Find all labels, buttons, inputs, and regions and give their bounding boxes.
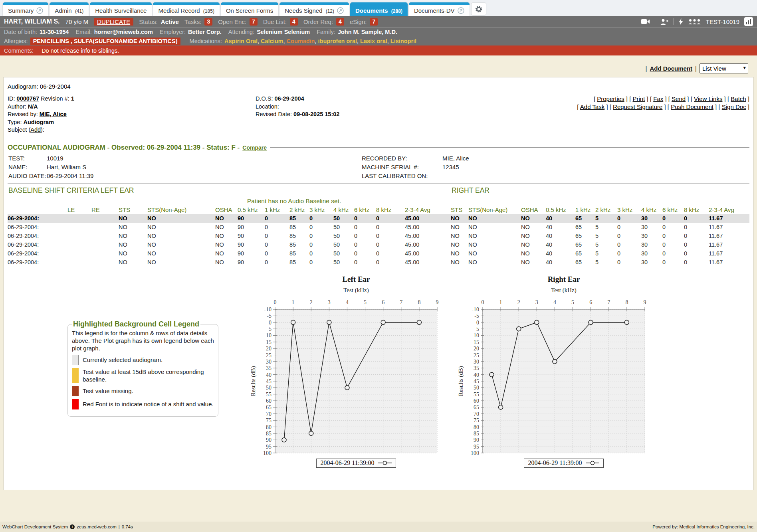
legend-text: Currently selected audiogram. (83, 356, 162, 364)
col-header-6-khz: 6 kHz (354, 206, 376, 214)
open-enc-count-badge[interactable]: 7 (250, 18, 258, 26)
esign-count-badge[interactable]: 7 (370, 18, 378, 26)
plot-legend: 2004-06-29 11:39:00 (316, 459, 396, 468)
svg-text:55: 55 (266, 391, 271, 397)
due-list-count-badge[interactable]: 4 (290, 18, 298, 26)
popup-arrow-icon[interactable] (458, 7, 464, 14)
cell-legend-description: This legend is for the column & rows of … (72, 329, 214, 352)
fax-link[interactable]: Fax (653, 95, 663, 102)
svg-text:95: 95 (266, 443, 271, 449)
svg-text:25: 25 (266, 352, 271, 358)
svg-text:50: 50 (474, 385, 479, 391)
svg-text:70: 70 (474, 411, 479, 417)
esign-label: eSign: (350, 18, 367, 25)
svg-text:40: 40 (266, 372, 271, 378)
document-id-link[interactable]: 0000767 (17, 95, 39, 102)
audiogram-row[interactable]: 06-29-2004:NONONO900850500045.00NONONO40… (8, 240, 749, 249)
audio-date-label: AUDIO DATE: (8, 172, 47, 179)
section-rule (270, 147, 749, 148)
view-select[interactable]: List View (700, 63, 748, 73)
order-req-count-badge[interactable]: 4 (336, 18, 344, 26)
audiogram-row[interactable]: 06-29-2004:NONONO900850500045.00NONONO40… (8, 249, 749, 258)
document-panel: Audiogram: 06-29-2004 ID: 0000767 Revisi… (3, 77, 754, 490)
tab-medical-record[interactable]: Medical Record (185) (153, 2, 219, 16)
compare-link[interactable]: Compare (242, 144, 267, 151)
legend-item: Test value missing. (72, 386, 214, 396)
medication-ibuprofen-oral[interactable]: ibuprofen oral (318, 38, 357, 44)
col-header-empty (8, 206, 67, 214)
svg-text:Right Ear: Right Ear (548, 275, 580, 283)
tab-documents[interactable]: Documents (288) (350, 2, 408, 16)
svg-text:5: 5 (571, 299, 574, 305)
revised-by-link[interactable]: MIE, Alice (40, 111, 67, 117)
comments-bar: Comments: Do not release info to sibling… (0, 45, 757, 55)
video-call-icon[interactable] (641, 18, 650, 25)
svg-text:45: 45 (474, 378, 479, 384)
recorded-by-label: RECORDED BY: (362, 155, 442, 162)
medications-list: Aspirin Oral, Calcium, Coumadin, ibuprof… (224, 38, 416, 44)
properties-link[interactable]: Properties (597, 95, 624, 102)
subject-add-link[interactable]: Add (30, 127, 41, 133)
tab-admin[interactable]: Admin (41) (50, 2, 89, 16)
audiogram-row[interactable]: 06-29-2004:NONONO900850500045.00NONONO40… (8, 231, 749, 240)
medication-lisinopril[interactable]: Lisinopril (390, 38, 416, 44)
machine-serial-label: MACHINE SERIAL #: (362, 164, 442, 170)
care-team-icon[interactable] (688, 19, 701, 25)
col-header-4-khz: 4 kHz (641, 206, 662, 214)
popup-arrow-icon[interactable] (36, 7, 43, 14)
divider (673, 18, 674, 25)
audiogram-row[interactable]: 06-29-2004:NONONO900850500045.00NONONO40… (8, 258, 749, 267)
svg-text:6: 6 (382, 299, 384, 305)
request-signature-link[interactable]: Request Signature (613, 103, 662, 110)
svg-text:80: 80 (266, 424, 271, 430)
name-value: Hart, William S (47, 164, 362, 170)
legend-text: Test value missing. (83, 387, 133, 395)
family-label: Family: (317, 29, 335, 35)
col-header-sts-non-age: STS(Non-Age) (147, 206, 215, 214)
print-link[interactable]: Print (633, 95, 645, 102)
document-title: Audiogram: 06-29-2004 (8, 83, 749, 90)
view-links-link[interactable]: View Links (694, 95, 722, 102)
svg-text:85: 85 (266, 430, 271, 436)
patient-name[interactable]: HART, WILLIAM S. (4, 18, 60, 25)
medications-label: Medications: (190, 38, 222, 44)
quick-actions-icon[interactable] (678, 18, 683, 25)
audiogram-row[interactable]: 06-29-2004:NONONO900850500045.00NONONO40… (8, 214, 749, 223)
tab-documents-dv[interactable]: Documents-DV (409, 2, 470, 16)
col-header-sts: STS (119, 206, 147, 214)
pipe: | (695, 65, 697, 72)
add-document-link[interactable]: Add Document (650, 65, 692, 72)
add-person-icon[interactable] (660, 18, 668, 25)
info-icon[interactable]: i (70, 524, 75, 529)
employer-label: Employer: (160, 29, 186, 35)
tab-summary[interactable]: Summary (3, 2, 48, 16)
sign-doc-link[interactable]: Sign Doc (722, 103, 746, 110)
medication-aspirin-oral[interactable]: Aspirin Oral (224, 38, 258, 44)
audiogram-chart-icon[interactable] (744, 17, 753, 26)
duplicate-badge[interactable]: DUPLICATE (94, 18, 133, 26)
tab-needs-signed[interactable]: Needs Signed (12) (279, 2, 349, 16)
svg-text:20: 20 (474, 346, 479, 352)
add-task-link[interactable]: Add Task (580, 103, 604, 110)
popup-arrow-icon[interactable] (337, 7, 344, 14)
tab-health-surveillance[interactable]: Health Surveillance (90, 2, 152, 16)
svg-text:9: 9 (644, 299, 646, 305)
revision-label: Revision #: (41, 95, 69, 102)
tab-on-screen-forms[interactable]: On Screen Forms (221, 2, 278, 16)
medication-lasix-oral[interactable]: Lasix oral (360, 38, 387, 44)
allergies-badge[interactable]: PENICILLINS , SULFA(SULFONAMIDE ANTIBIOT… (30, 38, 180, 45)
legend-column: Highlighted Background Cell Legend This … (8, 271, 247, 468)
push-document-link[interactable]: Push Document (671, 103, 713, 110)
plot-legend-label: 2004-06-29 11:39:00 (321, 459, 375, 467)
svg-text:5: 5 (476, 326, 479, 332)
medication-coumadin[interactable]: Coumadin (287, 38, 315, 44)
medication-calcium[interactable]: Calcium (261, 38, 283, 44)
tasks-count-badge[interactable]: 3 (204, 18, 212, 26)
send-link[interactable]: Send (672, 95, 686, 102)
settings-tab[interactable] (472, 3, 486, 15)
audiogram-row[interactable]: 06-29-2004:NONONO900850500045.00NONONO40… (8, 223, 749, 231)
series-marker-icon (378, 461, 392, 465)
batch-link[interactable]: Batch (731, 95, 746, 102)
svg-text:90: 90 (266, 437, 271, 443)
email-value[interactable]: horner@mieweb.com (94, 29, 153, 35)
